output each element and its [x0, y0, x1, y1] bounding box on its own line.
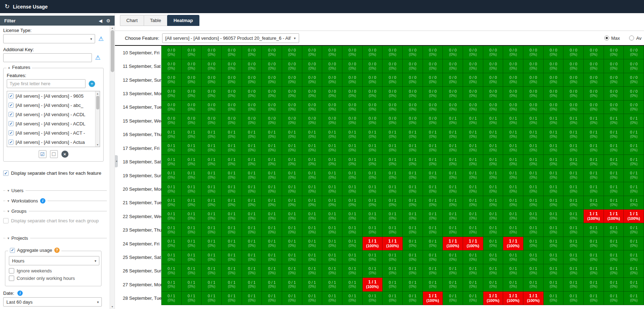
- heatmap-cell[interactable]: 0 / 0(0%): [161, 73, 182, 87]
- heatmap-cell[interactable]: 0 / 0(0%): [563, 46, 584, 59]
- scrollbar-thumb[interactable]: [96, 96, 99, 109]
- heatmap-cell[interactable]: 0 / 1(0%): [544, 182, 564, 196]
- heatmap-cell[interactable]: 0 / 1(0%): [342, 210, 363, 223]
- heatmap-cell[interactable]: 0 / 0(0%): [161, 114, 182, 128]
- feature-list-item[interactable]: ✓[All servers] - [All vendors] - abc_: [7, 101, 95, 110]
- heatmap-cell[interactable]: 0 / 1(0%): [363, 128, 383, 141]
- heatmap-cell[interactable]: 0 / 1(0%): [483, 223, 503, 237]
- heatmap-cell[interactable]: 0 / 0(0%): [322, 87, 342, 100]
- heatmap-cell[interactable]: 0 / 1(0%): [161, 182, 182, 196]
- heatmap-cell[interactable]: 0 / 1(0%): [282, 237, 302, 250]
- heatmap-cell[interactable]: 0 / 1(0%): [382, 141, 403, 155]
- feature-list-item[interactable]: ✓[All servers] - [All vendors] - 9605: [7, 91, 95, 101]
- heatmap-cell[interactable]: 0 / 0(0%): [403, 73, 423, 87]
- heatmap-cell[interactable]: 0 / 1(0%): [161, 223, 182, 237]
- heatmap-cell[interactable]: 0 / 0(0%): [523, 73, 544, 87]
- heatmap-cell[interactable]: 0 / 1(0%): [584, 237, 604, 250]
- heatmap-cell[interactable]: 0 / 0(0%): [182, 59, 202, 73]
- heatmap-cell[interactable]: 0 / 1(0%): [262, 196, 282, 210]
- heatmap-cell[interactable]: 0 / 1(0%): [282, 278, 302, 291]
- heatmap-cell[interactable]: 1 / 1(100%): [624, 210, 644, 223]
- heatmap-cell[interactable]: 0 / 1(0%): [242, 250, 262, 264]
- heatmap-cell[interactable]: 0 / 1(0%): [463, 114, 483, 128]
- heatmap-cell[interactable]: 0 / 0(0%): [363, 114, 383, 128]
- heatmap-cell[interactable]: 0 / 0(0%): [403, 114, 423, 128]
- heatmap-cell[interactable]: 0 / 1(0%): [222, 264, 242, 278]
- heatmap-cell[interactable]: 0 / 1(0%): [222, 155, 242, 168]
- tab-chart[interactable]: Chart: [120, 15, 144, 26]
- heatmap-cell[interactable]: 0 / 0(0%): [242, 46, 262, 59]
- heatmap-cell[interactable]: 1 / 1(100%): [503, 292, 523, 305]
- heatmap-cell[interactable]: 0 / 1(0%): [182, 250, 202, 264]
- heatmap-cell[interactable]: 0 / 1(0%): [544, 141, 564, 155]
- heatmap-cell[interactable]: 0 / 1(0%): [382, 292, 403, 305]
- heatmap-cell[interactable]: 0 / 1(0%): [523, 128, 544, 141]
- heatmap-cell[interactable]: 0 / 1(0%): [544, 264, 564, 278]
- heatmap-cell[interactable]: 0 / 1(0%): [503, 210, 523, 223]
- heatmap-cell[interactable]: 0 / 0(0%): [262, 73, 282, 87]
- heatmap-cell[interactable]: 0 / 1(0%): [584, 169, 604, 182]
- heatmap-cell[interactable]: 0 / 0(0%): [282, 101, 302, 114]
- ignore-weekends-row[interactable]: Ignore weekends: [9, 268, 98, 273]
- heatmap-cell[interactable]: 0 / 1(0%): [262, 292, 282, 305]
- heatmap-cell[interactable]: 0 / 0(0%): [322, 101, 342, 114]
- heatmap-cell[interactable]: 0 / 1(0%): [403, 237, 423, 250]
- heatmap-cell[interactable]: 0 / 0(0%): [242, 59, 262, 73]
- heatmap-cell[interactable]: 0 / 0(0%): [342, 46, 363, 59]
- heatmap-cell[interactable]: 0 / 1(0%): [544, 292, 564, 305]
- heatmap-cell[interactable]: 0 / 1(0%): [262, 264, 282, 278]
- heatmap-cell[interactable]: 0 / 1(0%): [483, 169, 503, 182]
- heatmap-cell[interactable]: 0 / 0(0%): [242, 101, 262, 114]
- license-type-select[interactable]: ▾: [3, 34, 95, 43]
- heatmap-cell[interactable]: 0 / 0(0%): [342, 87, 363, 100]
- panel-splitter-handle[interactable]: ◂: [115, 155, 118, 167]
- feature-search-input[interactable]: [7, 79, 86, 88]
- heatmap-cell[interactable]: 0 / 1(0%): [604, 141, 624, 155]
- settings-gear-icon[interactable]: ⚙: [106, 18, 110, 23]
- heatmap-cell[interactable]: 0 / 1(0%): [563, 128, 584, 141]
- heatmap-cell[interactable]: 0 / 1(0%): [282, 210, 302, 223]
- heatmap-cell[interactable]: 0 / 1(0%): [584, 128, 604, 141]
- heatmap-cell[interactable]: 0 / 1(0%): [382, 278, 403, 291]
- heatmap-cell[interactable]: 0 / 1(0%): [503, 155, 523, 168]
- heatmap-cell[interactable]: 0 / 1(0%): [423, 223, 443, 237]
- heatmap-cell[interactable]: 0 / 1(0%): [222, 292, 242, 305]
- heatmap-cell[interactable]: 0 / 0(0%): [604, 101, 624, 114]
- heatmap-cell[interactable]: 0 / 1(0%): [363, 141, 383, 155]
- heatmap-cell[interactable]: 0 / 1(0%): [604, 155, 624, 168]
- heatmap-cell[interactable]: 0 / 1(0%): [242, 223, 262, 237]
- heatmap-cell[interactable]: 0 / 1(0%): [302, 237, 323, 250]
- heatmap-cell[interactable]: 0 / 1(0%): [483, 196, 503, 210]
- heatmap-cell[interactable]: 0 / 1(0%): [322, 250, 342, 264]
- heatmap-cell[interactable]: 0 / 0(0%): [302, 101, 323, 114]
- feature-list-item[interactable]: ✓[All servers] - [All vendors] - ACT -: [7, 128, 95, 137]
- heatmap-cell[interactable]: 0 / 1(0%): [242, 237, 262, 250]
- feature-item-checkbox[interactable]: ✓: [9, 93, 13, 98]
- heatmap-cell[interactable]: 0 / 0(0%): [604, 73, 624, 87]
- heatmap-cell[interactable]: 0 / 1(0%): [584, 292, 604, 305]
- heatmap-cell[interactable]: 0 / 1(0%): [483, 182, 503, 196]
- heatmap-cell[interactable]: 0 / 1(0%): [302, 278, 323, 291]
- heatmap-cell[interactable]: 0 / 1(0%): [302, 292, 323, 305]
- heatmap-cell[interactable]: 0 / 1(0%): [523, 264, 544, 278]
- heatmap-cell[interactable]: 0 / 1(0%): [503, 114, 523, 128]
- heatmap-cell[interactable]: 0 / 0(0%): [523, 87, 544, 100]
- heatmap-cell[interactable]: 0 / 1(0%): [202, 278, 222, 291]
- heatmap-cell[interactable]: 0 / 1(0%): [463, 169, 483, 182]
- heatmap-cell[interactable]: 0 / 1(0%): [503, 223, 523, 237]
- heatmap-cell[interactable]: 0 / 0(0%): [182, 46, 202, 59]
- sidebar-scrollbar[interactable]: ▲ ▼: [110, 26, 115, 309]
- heatmap-cell[interactable]: 0 / 1(0%): [222, 237, 242, 250]
- heatmap-cell[interactable]: 0 / 1(0%): [262, 210, 282, 223]
- heatmap-cell[interactable]: 0 / 0(0%): [342, 59, 363, 73]
- features-listbox[interactable]: ✓[All servers] - [All vendors] - 9605✓[A…: [7, 91, 100, 147]
- heatmap-cell[interactable]: 0 / 1(0%): [443, 114, 463, 128]
- heatmap-cell[interactable]: 0 / 0(0%): [262, 101, 282, 114]
- heatmap-cell[interactable]: 0 / 1(0%): [604, 169, 624, 182]
- heatmap-cell[interactable]: 0 / 1(0%): [262, 250, 282, 264]
- heatmap-cell[interactable]: 0 / 1(0%): [604, 237, 624, 250]
- heatmap-cell[interactable]: 0 / 1(0%): [242, 182, 262, 196]
- heatmap-cell[interactable]: 1 / 1(100%): [363, 278, 383, 291]
- heatmap-cell[interactable]: 0 / 1(0%): [604, 114, 624, 128]
- heatmap-cell[interactable]: 0 / 1(0%): [443, 155, 463, 168]
